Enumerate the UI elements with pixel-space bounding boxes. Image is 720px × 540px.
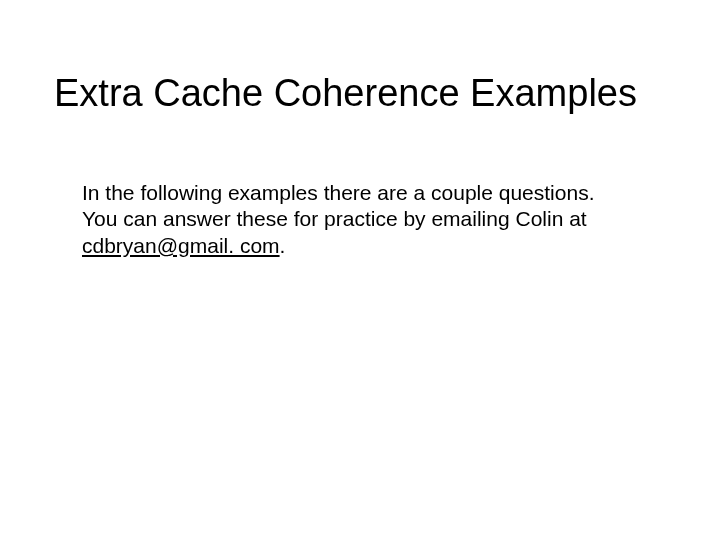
slide-body: In the following examples there are a co… bbox=[82, 180, 602, 259]
slide-title: Extra Cache Coherence Examples bbox=[54, 72, 690, 115]
body-text-after: . bbox=[280, 234, 286, 257]
body-text-before: In the following examples there are a co… bbox=[82, 181, 594, 230]
email-link[interactable]: cdbryan@gmail. com bbox=[82, 234, 280, 257]
slide: Extra Cache Coherence Examples In the fo… bbox=[0, 0, 720, 540]
